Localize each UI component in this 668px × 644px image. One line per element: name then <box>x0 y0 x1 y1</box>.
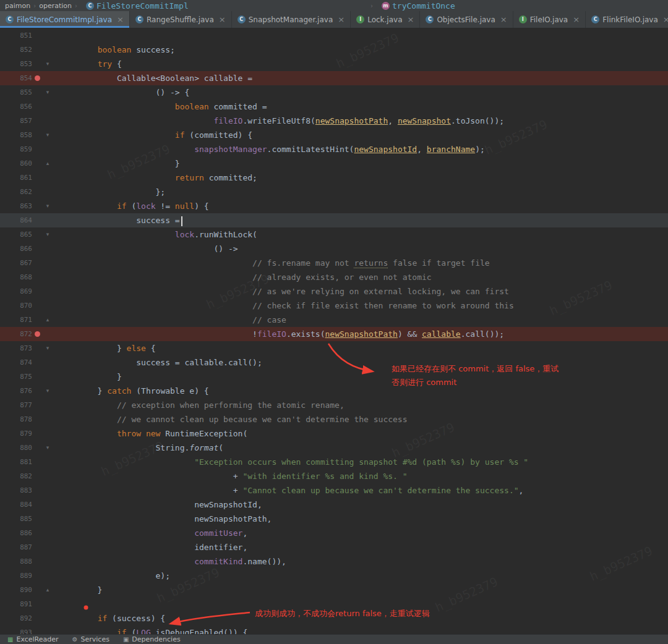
statusbar-item-services[interactable]: ⚙Services <box>72 635 109 643</box>
line-number[interactable]: 881 <box>0 455 32 469</box>
gutter-breakpoint-column[interactable] <box>32 185 42 199</box>
line-number[interactable]: 869 <box>0 284 32 299</box>
code-line[interactable]: 877 // exception when performing the ato… <box>0 398 668 412</box>
code-line[interactable]: 892 if (success) { <box>0 611 668 625</box>
code-line[interactable]: 852 boolean success; <box>0 43 668 57</box>
line-number[interactable]: 870 <box>0 299 32 313</box>
close-icon[interactable]: × <box>663 15 668 23</box>
line-number[interactable]: 865 <box>0 227 32 242</box>
gutter-breakpoint-column[interactable] <box>32 299 42 313</box>
editor-tab[interactable]: CSnapshotManager.java× <box>232 11 351 28</box>
code-text[interactable]: if (committed) { <box>59 128 668 142</box>
editor-tab[interactable]: CObjectsFile.java× <box>420 11 513 28</box>
code-line[interactable]: 859 snapshotManager.commitLatestHint(new… <box>0 142 668 156</box>
line-number[interactable]: 872 <box>0 327 32 341</box>
gutter-breakpoint-column[interactable] <box>32 554 42 569</box>
code-text[interactable]: + "with identifier %s and kind %s. " <box>59 469 668 483</box>
fold-marker-icon[interactable]: ▾ <box>42 199 53 213</box>
gutter-breakpoint-column[interactable] <box>32 341 42 355</box>
code-line[interactable]: 871▴ // case <box>0 313 668 327</box>
line-number[interactable]: 868 <box>0 270 32 284</box>
code-line[interactable]: 854 Callable<Boolean> callable = <box>0 71 668 85</box>
line-number[interactable]: 857 <box>0 114 32 128</box>
code-line[interactable]: 888 commitKind.name()), <box>0 554 668 569</box>
line-number[interactable]: 862 <box>0 185 32 199</box>
code-line[interactable]: 878 // we cannot clean up because we can… <box>0 412 668 426</box>
code-text[interactable] <box>59 28 668 43</box>
gutter-breakpoint-column[interactable] <box>32 355 42 370</box>
breakpoint-icon[interactable] <box>32 71 42 85</box>
gutter-breakpoint-column[interactable] <box>32 498 42 512</box>
code-line[interactable]: 872 !fileIO.exists(newSnapshotPath) && c… <box>0 327 668 341</box>
code-line[interactable]: 857 fileIO.writeFileUtf8(newSnapshotPath… <box>0 114 668 128</box>
code-line[interactable]: 885 newSnapshotPath, <box>0 512 668 526</box>
code-text[interactable]: if (lock != null) { <box>59 199 668 213</box>
code-line[interactable]: 879 throw new RuntimeException( <box>0 426 668 441</box>
code-text[interactable]: !fileIO.exists(newSnapshotPath) && calla… <box>59 327 668 341</box>
line-number[interactable]: 873 <box>0 341 32 355</box>
fold-marker-icon[interactable]: ▾ <box>42 227 53 242</box>
code-line[interactable]: 882 + "with identifier %s and kind %s. " <box>0 469 668 483</box>
code-line[interactable]: 889 e); <box>0 569 668 583</box>
code-text[interactable]: String.format( <box>59 441 668 455</box>
code-text[interactable]: boolean committed = <box>59 100 668 114</box>
line-number[interactable]: 885 <box>0 512 32 526</box>
fold-marker-icon[interactable]: ▴ <box>42 313 53 327</box>
code-text[interactable]: // we cannot clean up because we can't d… <box>59 412 668 426</box>
code-text[interactable]: newSnapshotPath, <box>59 512 668 526</box>
gutter-breakpoint-column[interactable] <box>32 384 42 398</box>
breadcrumb-item-paimon[interactable]: paimon <box>5 2 30 10</box>
code-line[interactable]: 860▴ } <box>0 156 668 171</box>
line-number[interactable]: 858 <box>0 128 32 142</box>
code-text[interactable]: snapshotManager.commitLatestHint(newSnap… <box>59 142 668 156</box>
code-text[interactable]: commitUser, <box>59 526 668 540</box>
gutter-breakpoint-column[interactable] <box>32 256 42 270</box>
code-text[interactable]: } catch (Throwable e) { <box>59 384 668 398</box>
fold-marker-icon[interactable]: ▾ <box>42 341 53 355</box>
line-number[interactable]: 871 <box>0 313 32 327</box>
line-number[interactable]: 877 <box>0 398 32 412</box>
code-line[interactable]: 881 "Exception occurs when committing sn… <box>0 455 668 469</box>
code-text[interactable]: } <box>59 156 668 171</box>
code-text[interactable]: + "Cannot clean up because we can't dete… <box>59 483 668 498</box>
code-line[interactable]: 873▾ } else { <box>0 341 668 355</box>
gutter-breakpoint-column[interactable] <box>32 540 42 554</box>
code-text[interactable]: commitKind.name()), <box>59 554 668 569</box>
code-text[interactable]: // as we're relying on external locking,… <box>59 284 668 299</box>
line-number[interactable]: 866 <box>0 242 32 256</box>
line-number[interactable]: 864 <box>0 213 32 227</box>
line-number[interactable]: 863 <box>0 199 32 213</box>
line-number[interactable]: 859 <box>0 142 32 156</box>
fold-marker-icon[interactable]: ▾ <box>42 128 53 142</box>
gutter-breakpoint-column[interactable] <box>32 469 42 483</box>
line-number[interactable]: 883 <box>0 483 32 498</box>
code-text[interactable]: throw new RuntimeException( <box>59 426 668 441</box>
line-number[interactable]: 853 <box>0 57 32 71</box>
gutter-breakpoint-column[interactable] <box>32 114 42 128</box>
code-line[interactable]: 867 // fs.rename may not returns false i… <box>0 256 668 270</box>
gutter-breakpoint-column[interactable] <box>32 398 42 412</box>
code-text[interactable]: fileIO.writeFileUtf8(newSnapshotPath, ne… <box>59 114 668 128</box>
code-line[interactable]: 863▾ if (lock != null) { <box>0 199 668 213</box>
fold-marker-icon[interactable]: ▴ <box>42 583 53 597</box>
code-text[interactable]: Callable<Boolean> callable = <box>59 71 668 85</box>
line-number[interactable]: 852 <box>0 43 32 57</box>
close-icon[interactable]: × <box>219 15 226 23</box>
code-line[interactable]: 886 commitUser, <box>0 526 668 540</box>
code-line[interactable]: 868 // already exists, or even not atomi… <box>0 270 668 284</box>
code-text[interactable]: // case <box>59 313 668 327</box>
code-line[interactable]: 853▾ try { <box>0 57 668 71</box>
gutter-breakpoint-column[interactable] <box>32 455 42 469</box>
editor-tab[interactable]: IFileIO.java× <box>513 11 586 28</box>
line-number[interactable]: 891 <box>0 597 32 611</box>
line-number[interactable]: 867 <box>0 256 32 270</box>
close-icon[interactable]: × <box>117 15 124 23</box>
code-line[interactable]: 866 () -> <box>0 242 668 256</box>
line-number[interactable]: 882 <box>0 469 32 483</box>
code-text[interactable]: () -> <box>59 242 668 256</box>
code-text[interactable]: success = <box>59 213 668 227</box>
line-number[interactable]: 887 <box>0 540 32 554</box>
statusbar-item-excelreader[interactable]: ▦ExcelReader <box>7 635 59 643</box>
gutter-breakpoint-column[interactable] <box>32 512 42 526</box>
code-text[interactable]: } <box>59 583 668 597</box>
